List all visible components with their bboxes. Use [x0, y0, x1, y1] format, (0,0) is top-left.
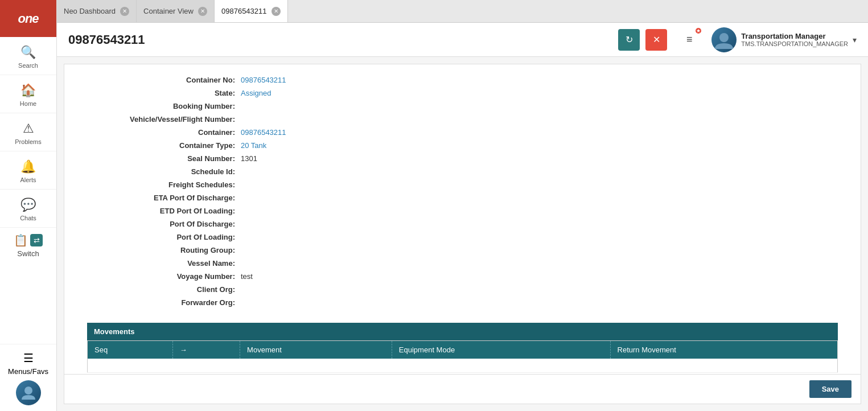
- tab-neo-dashboard[interactable]: Neo Dashboard ✕: [57, 0, 137, 22]
- field-row: Container No:09876543211: [87, 76, 838, 84]
- content-panel: Container No:09876543211State:AssignedBo…: [64, 64, 861, 404]
- sidebar-label-chats: Chats: [20, 215, 36, 221]
- user-role: TMS.TRANSPORTATION_MANAGER: [741, 40, 848, 47]
- field-row: Vehicle/Vessel/Flight Number:: [87, 115, 838, 124]
- field-row: Routing Group:: [87, 246, 838, 254]
- field-row: Forwarder Org:: [87, 298, 838, 307]
- sidebar-item-menus[interactable]: ☰ Menus/Favs: [0, 344, 56, 380]
- field-row: Schedule Id:: [87, 167, 838, 176]
- tab-container-view-close[interactable]: ✕: [198, 7, 207, 16]
- tab-container-number-label: 09876543211: [221, 7, 267, 15]
- tab-container-number[interactable]: 09876543211 ✕: [215, 0, 288, 22]
- field-row: Container:09876543211: [87, 128, 838, 137]
- field-row: Port Of Discharge:: [87, 220, 838, 228]
- field-row: Container Type:20 Tank: [87, 141, 838, 150]
- user-avatar[interactable]: [711, 27, 737, 52]
- menu-button[interactable]: ≡ ★: [678, 29, 700, 51]
- field-value[interactable]: 09876543211: [237, 128, 286, 137]
- field-label: Port Of Loading:: [87, 233, 235, 241]
- svg-point-0: [24, 387, 32, 394]
- tab-container-view-label: Container View: [143, 7, 194, 15]
- field-value[interactable]: 09876543211: [237, 76, 286, 84]
- movements-col-movement: Movement: [240, 341, 392, 359]
- switch-layers-icon: 📋: [14, 233, 28, 247]
- tab-container-number-close[interactable]: ✕: [271, 7, 281, 16]
- warning-icon: ⚠: [23, 121, 34, 136]
- close-button[interactable]: ✕: [645, 29, 667, 51]
- field-label: Seal Number:: [87, 154, 235, 163]
- sidebar-user-avatar[interactable]: [16, 380, 41, 405]
- svg-point-1: [719, 33, 729, 42]
- field-label: State:: [87, 89, 235, 97]
- tab-neo-dashboard-label: Neo Dashboard: [64, 7, 116, 15]
- sidebar-item-search[interactable]: 🔍 Search: [0, 37, 56, 75]
- tab-neo-dashboard-close[interactable]: ✕: [120, 7, 129, 16]
- field-label: Routing Group:: [87, 246, 235, 254]
- field-label: Forwarder Org:: [87, 298, 235, 307]
- avatar-image: [16, 380, 41, 405]
- field-label: Container No:: [87, 76, 235, 84]
- menu-icon: ☰: [23, 351, 34, 365]
- sidebar-item-home[interactable]: 🏠 Home: [0, 75, 56, 113]
- sidebar-item-chats[interactable]: 💬 Chats: [0, 190, 56, 228]
- save-bar: Save: [64, 374, 861, 404]
- main-content: Neo Dashboard ✕ Container View ✕ 0987654…: [57, 0, 868, 411]
- field-label: Booking Number:: [87, 102, 235, 110]
- close-icon: ✕: [653, 34, 660, 45]
- field-label: Freight Schedules:: [87, 180, 235, 189]
- field-row: Voyage Number:test: [87, 272, 838, 281]
- sidebar-item-problems[interactable]: ⚠ Problems: [0, 113, 56, 151]
- movements-col-seq: Seq: [88, 341, 173, 359]
- content-area: Container No:09876543211State:AssignedBo…: [57, 57, 868, 411]
- user-area: Transportation Manager TMS.TRANSPORTATIO…: [711, 27, 857, 52]
- field-row: Port Of Loading:: [87, 233, 838, 241]
- page-header: 09876543211 ↻ ✕ ≡ ★ Transportation Manag…: [57, 23, 868, 57]
- sidebar-item-alerts[interactable]: 🔔 Alerts: [0, 151, 56, 190]
- field-row: Seal Number:1301: [87, 154, 838, 163]
- field-label: ETD Port Of Loading:: [87, 207, 235, 215]
- field-row: Booking Number:: [87, 102, 838, 110]
- form-section: Container No:09876543211State:AssignedBo…: [64, 64, 861, 323]
- page-title: 09876543211: [68, 32, 612, 47]
- user-info: Transportation Manager TMS.TRANSPORTATIO…: [741, 32, 848, 47]
- chat-icon: 💬: [20, 198, 36, 212]
- sidebar-label-menus: Menus/Favs: [8, 367, 48, 376]
- field-row: State:Assigned: [87, 89, 838, 97]
- search-icon: 🔍: [20, 45, 36, 60]
- home-icon: 🏠: [20, 83, 36, 98]
- field-row: ETD Port Of Loading:: [87, 207, 838, 215]
- bell-icon: 🔔: [20, 159, 36, 174]
- movements-table: Seq→MovementEquipment ModeReturn Movemen…: [87, 340, 838, 373]
- sidebar-label-home: Home: [20, 100, 36, 107]
- sidebar-label-switch: Switch: [17, 249, 39, 258]
- save-button[interactable]: Save: [809, 380, 851, 398]
- field-label: ETA Port Of Discharge:: [87, 194, 235, 202]
- movements-empty: [88, 359, 838, 373]
- user-dropdown-button[interactable]: ▾: [853, 35, 857, 44]
- field-value: 1301: [237, 154, 257, 163]
- refresh-button[interactable]: ↻: [618, 29, 640, 51]
- app-logo[interactable]: one: [0, 0, 56, 37]
- hamburger-icon: ≡: [686, 34, 693, 46]
- field-label: Voyage Number:: [87, 272, 235, 281]
- sidebar-label-alerts: Alerts: [20, 176, 36, 183]
- field-label: Vehicle/Vessel/Flight Number:: [87, 115, 235, 124]
- switch-icons-group: 📋 ⇄: [14, 233, 43, 247]
- field-value[interactable]: Assigned: [237, 89, 271, 97]
- sidebar-item-switch[interactable]: 📋 ⇄ Switch: [0, 228, 56, 264]
- sidebar-label-problems: Problems: [15, 138, 41, 145]
- field-label: Port Of Discharge:: [87, 220, 235, 228]
- field-label: Container Type:: [87, 141, 235, 150]
- movements-section: Movements Seq→MovementEquipment ModeRetu…: [87, 323, 838, 373]
- switch-arrows-icon: ⇄: [30, 234, 43, 246]
- user-name: Transportation Manager: [741, 32, 848, 40]
- movements-col-return_movement: Return Movement: [610, 341, 837, 359]
- tab-container-view[interactable]: Container View ✕: [137, 0, 215, 22]
- field-label: Vessel Name:: [87, 259, 235, 268]
- movements-header: Movements: [87, 323, 838, 340]
- sidebar-bottom: ☰ Menus/Favs: [0, 344, 56, 411]
- field-value[interactable]: 20 Tank: [237, 141, 266, 150]
- logo-text: one: [18, 11, 38, 26]
- refresh-icon: ↻: [626, 34, 633, 45]
- field-row: Freight Schedules:: [87, 180, 838, 189]
